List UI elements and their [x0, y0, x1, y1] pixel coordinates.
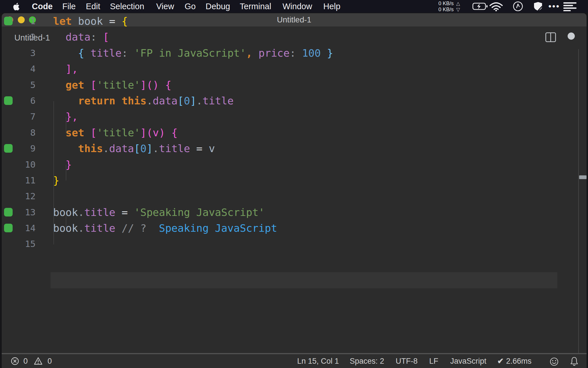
line-number[interactable]: 4 — [2, 61, 36, 77]
code-token: title — [84, 206, 115, 218]
line-number[interactable]: 5 — [2, 77, 36, 93]
code-token: get — [65, 79, 84, 91]
menu-item-edit[interactable]: Edit — [86, 0, 100, 13]
compass-icon[interactable] — [513, 1, 523, 12]
code-text[interactable]: } — [53, 157, 72, 172]
line-number[interactable]: 11 — [2, 172, 36, 188]
code-line-11[interactable]: 11} — [2, 172, 587, 188]
code-line-10[interactable]: 10 } — [2, 157, 587, 172]
line-number[interactable]: 1 — [2, 13, 36, 29]
code-line-2[interactable]: 2 data: [ — [2, 29, 587, 45]
line-number[interactable]: 6 — [2, 93, 36, 109]
code-text[interactable]: } — [53, 172, 59, 188]
errors-warnings[interactable]: 0 0 — [10, 354, 52, 368]
code-token: 100 — [302, 47, 321, 59]
line-number[interactable]: 9 — [2, 141, 36, 156]
code-token — [53, 31, 65, 43]
status-language-mode[interactable]: JavaScript — [450, 354, 486, 368]
error-count: 0 — [24, 357, 28, 365]
code-text[interactable]: this.data[0].title = v — [53, 141, 215, 156]
menu-item-file[interactable]: File — [62, 0, 76, 13]
status-cursor-position[interactable]: Ln 15, Col 1 — [297, 354, 339, 368]
code-text[interactable]: get ['title']() { — [53, 77, 171, 93]
bell-icon[interactable] — [570, 356, 579, 368]
code-token: // ? — [121, 222, 146, 234]
wifi-icon[interactable] — [489, 2, 503, 11]
line-number[interactable]: 12 — [2, 188, 36, 204]
status-encoding[interactable]: UTF-8 — [396, 354, 418, 368]
menu-app-name[interactable]: Code — [32, 0, 53, 13]
line-number[interactable]: 10 — [2, 157, 36, 172]
code-token: ], — [65, 63, 78, 75]
code-token: v — [209, 143, 215, 154]
line-number[interactable]: 14 — [2, 220, 36, 236]
down-triangle-icon: ▽ — [454, 7, 460, 13]
code-token: [ — [103, 31, 109, 43]
code-line-7[interactable]: 7 }, — [2, 109, 587, 124]
code-token: } — [65, 159, 72, 170]
menu-item-terminal[interactable]: Terminal — [240, 0, 271, 13]
smiley-icon[interactable] — [550, 357, 559, 368]
code-line-14[interactable]: 14book.title // ? Speaking JavaScript — [2, 220, 587, 236]
code-line-1[interactable]: 1let book = { — [2, 13, 587, 29]
list-icon[interactable] — [563, 2, 577, 11]
warning-count: 0 — [48, 357, 52, 365]
code-token — [202, 143, 209, 154]
code-text[interactable]: return this.data[0].title — [53, 93, 234, 109]
menu-item-help[interactable]: Help — [323, 0, 341, 13]
code-text[interactable]: set ['title'](v) { — [53, 125, 178, 141]
line-number[interactable]: 8 — [2, 125, 36, 141]
code-line-9[interactable]: 9 this.data[0].title = v — [2, 141, 587, 156]
code-token — [165, 127, 171, 139]
code-text[interactable]: data: [ — [53, 29, 109, 45]
code-line-15[interactable]: 15 — [2, 236, 587, 252]
battery-charging-icon[interactable] — [472, 3, 488, 10]
code-text[interactable]: ], — [53, 61, 78, 77]
status-eol[interactable]: LF — [429, 354, 438, 368]
code-token: }, — [65, 111, 78, 122]
menu-item-debug[interactable]: Debug — [206, 0, 230, 13]
code-token: this — [78, 143, 103, 154]
code-text[interactable]: let book = { — [53, 13, 128, 29]
code-token: : — [121, 47, 128, 59]
code-line-12[interactable]: 12 — [2, 188, 587, 204]
line-number[interactable]: 2 — [2, 29, 36, 45]
overview-ruler-mark[interactable] — [579, 175, 587, 179]
code-text[interactable]: book.title = 'Speaking JavaScript' — [53, 204, 265, 220]
apple-menu[interactable] — [13, 0, 20, 13]
line-number[interactable]: 7 — [2, 109, 36, 124]
code-token — [296, 47, 302, 59]
code-text[interactable]: book.title // ? Speaking JavaScript — [53, 220, 277, 236]
menu-item-view[interactable]: View — [156, 0, 174, 13]
ellipsis-icon[interactable]: ••• — [548, 0, 560, 13]
code-token: . — [78, 206, 84, 218]
code-line-5[interactable]: 5 get ['title']() { — [2, 77, 587, 93]
code-token: = — [121, 206, 128, 218]
code-line-6[interactable]: 6 return this.data[0].title — [2, 93, 587, 109]
code-line-8[interactable]: 8 set ['title'](v) { — [2, 125, 587, 141]
error-icon — [10, 354, 20, 368]
line-number[interactable]: 15 — [2, 236, 36, 252]
menu-item-window[interactable]: Window — [283, 0, 312, 13]
code-token: data — [153, 95, 178, 107]
menu-item-go[interactable]: Go — [185, 0, 196, 13]
line-number[interactable]: 13 — [2, 204, 36, 220]
code-token — [53, 79, 65, 91]
editor-code-area[interactable]: 1let book = {2 data: [3 { title: 'FP in … — [2, 13, 587, 352]
quokka-perf[interactable]: ✔2.66ms — [497, 354, 531, 368]
code-token — [115, 15, 122, 27]
code-token: this — [121, 95, 146, 107]
status-indentation[interactable]: Spaces: 2 — [350, 354, 384, 368]
line-number[interactable]: 3 — [2, 45, 36, 61]
shield-icon[interactable] — [533, 2, 543, 11]
menu-item-selection[interactable]: Selection — [110, 0, 144, 13]
code-text[interactable]: }, — [53, 109, 78, 124]
code-token: , — [246, 47, 252, 59]
code-token — [53, 143, 78, 154]
net-speed-indicator[interactable]: 0 KB/s△ 0 KB/s▽ — [434, 1, 460, 13]
code-line-3[interactable]: 3 { title: 'FP in JavaScript', price: 10… — [2, 45, 587, 61]
code-line-4[interactable]: 4 ], — [2, 61, 587, 77]
code-token — [53, 47, 78, 59]
code-text[interactable]: { title: 'FP in JavaScript', price: 100 … — [53, 45, 333, 61]
code-line-13[interactable]: 13book.title = 'Speaking JavaScript' — [2, 204, 587, 220]
